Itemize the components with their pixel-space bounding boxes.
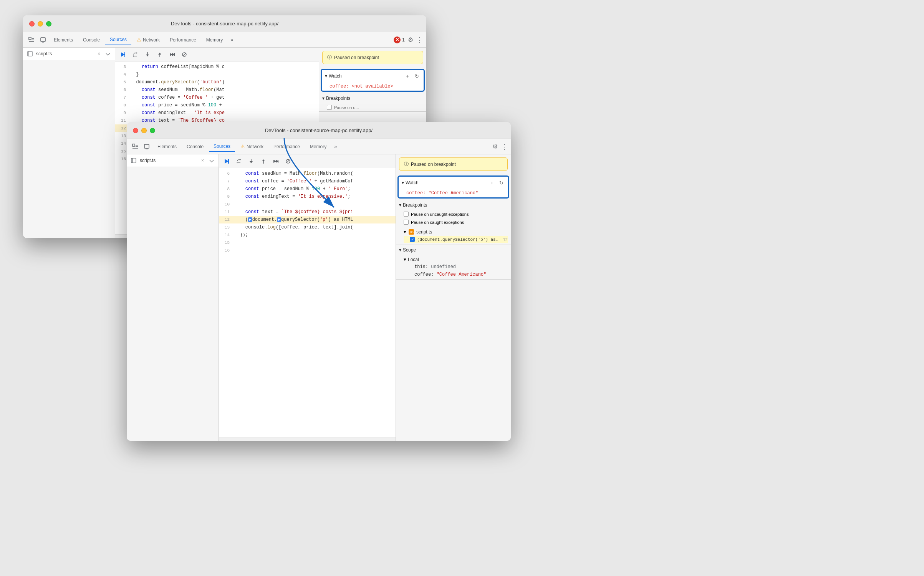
- debugger-toolbar-2: [219, 154, 396, 168]
- svg-marker-9: [133, 55, 134, 57]
- scope-section-2: ▾ Scope ▾ Local this: undefined coffee: …: [396, 245, 511, 280]
- tab-performance-1[interactable]: Performance: [165, 35, 201, 45]
- svg-rect-20: [144, 144, 149, 148]
- scope-chevron-2: ▾: [399, 247, 401, 253]
- scope-this-key-2: this:: [414, 264, 431, 270]
- deactivate-btn-2[interactable]: [283, 157, 293, 166]
- more-tabs-1[interactable]: »: [228, 35, 235, 44]
- step-out-btn-2[interactable]: [259, 157, 268, 166]
- breakpoints-header-2[interactable]: ▾ Breakpoints: [396, 200, 511, 210]
- step-into-btn-2[interactable]: [247, 157, 256, 166]
- more-icon-2[interactable]: ⋮: [501, 142, 508, 151]
- titlebar-1: DevTools - consistent-source-map-pc.netl…: [23, 15, 426, 32]
- sources-sidebar-2: script.ts ×: [127, 154, 219, 441]
- svg-rect-19: [132, 144, 135, 146]
- code-line-5: 5 document.querySelector('button'): [115, 78, 319, 86]
- pause-caught-checkbox-2[interactable]: [404, 220, 409, 225]
- scope-coffee-val-2: "Coffee Americano": [437, 272, 487, 277]
- breakpoint-line-row-2: ✓ (document.querySelector('p') as HTMLP……: [404, 236, 508, 243]
- close-file-icon-1[interactable]: ×: [98, 51, 100, 56]
- bp-line-num-2: 12: [503, 237, 508, 242]
- breakpoints-label-2: Breakpoints: [403, 202, 427, 208]
- more-icon-1[interactable]: ⋮: [416, 36, 423, 44]
- bp-line-checkbox-2[interactable]: ✓: [410, 237, 415, 242]
- file-tab-1[interactable]: script.ts ×: [23, 48, 115, 60]
- minimize-button-2[interactable]: [141, 128, 147, 133]
- breakpoints-header-1[interactable]: ▾ Breakpoints: [319, 93, 426, 103]
- pause-uncaught-1: Pause on u...: [319, 103, 426, 111]
- close-button-1[interactable]: [29, 21, 35, 26]
- device-icon[interactable]: [38, 35, 48, 45]
- pause-uncaught-checkbox-1[interactable]: [327, 105, 332, 110]
- code-line-7: 7 const coffee = 'Coffee ' + get: [115, 94, 319, 101]
- deactivate-btn-1[interactable]: [180, 50, 189, 59]
- expand-source-icon-1[interactable]: [104, 50, 112, 58]
- tab-console-1[interactable]: Console: [78, 35, 104, 45]
- device-icon-2[interactable]: [141, 141, 152, 152]
- settings-icon-1[interactable]: ⚙: [408, 36, 413, 43]
- breakpoints-script-chevron-2: ▾: [404, 229, 406, 235]
- svg-marker-32: [262, 159, 265, 161]
- window-title-2: DevTools - consistent-source-map-pc.netl…: [265, 127, 373, 133]
- code-line-2-15: 15: [219, 239, 396, 247]
- watch-header-2[interactable]: ▾ Watch + ↻: [399, 177, 508, 189]
- step-into-btn-1[interactable]: [143, 50, 152, 59]
- code-line-2-13: 13 console.log([coffee, price, text].joi…: [219, 223, 396, 231]
- watch-refresh-btn-2[interactable]: ↻: [497, 179, 505, 187]
- watch-add-btn-2[interactable]: +: [488, 179, 496, 187]
- svg-rect-16: [174, 53, 175, 56]
- step-btn-1[interactable]: [167, 50, 177, 59]
- close-file-icon-2[interactable]: ×: [201, 158, 204, 163]
- tab-performance-2[interactable]: Performance: [269, 142, 305, 152]
- watch-refresh-btn-1[interactable]: ↻: [413, 72, 421, 80]
- tab-console-2[interactable]: Console: [182, 142, 208, 152]
- tab-memory-2[interactable]: Memory: [305, 142, 331, 152]
- tab-sources-2[interactable]: Sources: [209, 141, 235, 152]
- toggle-sidebar-icon-1[interactable]: [26, 50, 34, 58]
- step-btn-2[interactable]: [271, 157, 280, 166]
- maximize-button-1[interactable]: [46, 21, 51, 26]
- watch-label-1: Watch: [329, 73, 342, 79]
- maximize-button-2[interactable]: [150, 128, 155, 133]
- expand-source-icon-2[interactable]: [208, 157, 215, 164]
- info-icon-2: ⓘ: [404, 161, 409, 167]
- tab-sources-1[interactable]: Sources: [105, 35, 131, 45]
- toggle-sidebar-icon-2[interactable]: [130, 157, 137, 164]
- pause-uncaught-checkbox-2[interactable]: [404, 212, 409, 217]
- inspect-icon-2[interactable]: [130, 141, 141, 152]
- file-tab-2[interactable]: script.ts ×: [127, 154, 219, 167]
- watch-actions-2: + ↻: [488, 179, 505, 187]
- code-line-2-10: 10: [219, 200, 396, 208]
- tab-elements-1[interactable]: Elements: [49, 35, 78, 45]
- watch-chevron-1: ▾: [325, 73, 327, 79]
- resume-btn-2[interactable]: [222, 157, 231, 166]
- local-scope-2: ▾ Local this: undefined coffee: "Coffee …: [396, 255, 511, 279]
- devtools-tabbar-2: Elements Console Sources ⚠ Network Perfo…: [127, 139, 511, 154]
- inspect-icon[interactable]: [26, 35, 37, 45]
- tab-network-1[interactable]: ⚠ Network: [132, 35, 164, 45]
- script-file-name-2: script.ts: [416, 229, 432, 235]
- code-line-2-8: 8 const price = seedNum % 100 + ' Euro';: [219, 185, 396, 193]
- svg-marker-7: [136, 52, 137, 54]
- code-line-2-7: 7 const coffee = 'Coffee ' + getRandomCo…: [219, 177, 396, 185]
- step-over-btn-2[interactable]: [234, 157, 243, 166]
- tab-memory-1[interactable]: Memory: [202, 35, 227, 45]
- more-tabs-2[interactable]: »: [332, 142, 339, 151]
- watch-header-1[interactable]: ▾ Watch + ↻: [322, 70, 424, 82]
- tab-network-2[interactable]: ⚠ Network: [236, 141, 268, 152]
- watch-add-btn-1[interactable]: +: [404, 72, 411, 80]
- step-out-btn-1[interactable]: [155, 50, 164, 59]
- horizontal-scrollbar-2[interactable]: [219, 437, 396, 441]
- tab-elements-2[interactable]: Elements: [153, 142, 181, 152]
- close-button-2[interactable]: [133, 128, 138, 133]
- info-icon-1: ⓘ: [327, 54, 332, 61]
- step-over-btn-1[interactable]: [131, 50, 140, 59]
- svg-rect-21: [146, 149, 148, 149]
- settings-icon-2[interactable]: ⚙: [492, 143, 498, 150]
- minimize-button-1[interactable]: [38, 21, 43, 26]
- scope-header-2[interactable]: ▾ Scope: [396, 245, 511, 255]
- watch-label-2: Watch: [406, 180, 419, 185]
- code-editor-2: 6 const seedNum = Math.floor(Math.random…: [219, 168, 396, 437]
- watch-item-2: coffee: "Coffee Americano": [399, 189, 508, 197]
- resume-btn-1[interactable]: [118, 50, 128, 59]
